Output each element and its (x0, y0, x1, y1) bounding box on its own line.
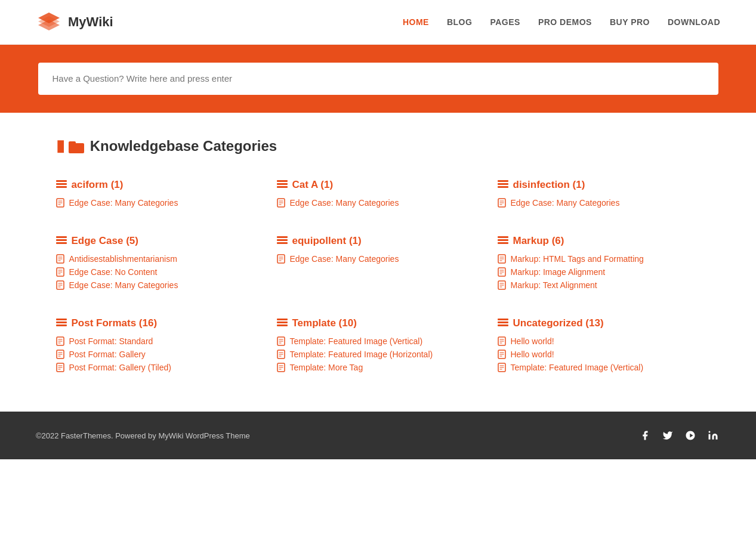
category-link[interactable]: Edge Case (5) (72, 235, 138, 247)
svg-rect-7 (56, 183, 67, 185)
social-facebook[interactable] (638, 428, 652, 443)
item-link[interactable]: Hello world! (511, 336, 554, 346)
hero-section (0, 45, 756, 113)
item-link[interactable]: Template: Featured Image (Vertical) (511, 363, 644, 372)
item-link[interactable]: Template: Featured Image (Vertical) (290, 336, 423, 346)
doc-icon (56, 198, 64, 208)
svg-rect-5 (69, 144, 84, 153)
list-item: Markup: Text Alignment (498, 280, 701, 290)
category-name: disinfection (1) (498, 179, 701, 191)
list-item: Post Format: Standard (56, 336, 259, 346)
search-input[interactable] (53, 73, 704, 84)
list-item: Markup: Image Alignment (498, 267, 701, 277)
category-block: Cat A (1) Edge Case: Many Categories (277, 179, 480, 211)
list-item: Post Format: Gallery (Tiled) (56, 363, 259, 372)
category-name: Edge Case (5) (56, 235, 259, 247)
category-link[interactable]: aciform (1) (72, 179, 124, 191)
section-title: ▮ Knowledgebase Categories (56, 137, 701, 155)
nav-pro-demos[interactable]: PRO DEMOS (538, 17, 592, 27)
doc-icon (498, 198, 506, 208)
list-item: Edge Case: Many Categories (498, 198, 701, 208)
list-item: Template: Featured Image (Vertical) (277, 336, 480, 346)
logo-icon (36, 9, 62, 35)
footer-social (638, 428, 720, 443)
social-googleplus[interactable] (683, 428, 698, 443)
category-items: Template: Featured Image (Vertical) Temp… (277, 336, 480, 372)
categories-grid: aciform (1) Edge Case: Many Categories C… (56, 179, 701, 376)
item-link[interactable]: Markup: Image Alignment (511, 267, 606, 277)
doc-icon (277, 198, 285, 208)
item-link[interactable]: Edge Case: Many Categories (69, 198, 178, 208)
list-item: Edge Case: Many Categories (56, 198, 259, 208)
list-icon (56, 236, 67, 246)
doc-icon (56, 350, 64, 359)
list-item: Hello world! (498, 336, 701, 346)
category-items: Edge Case: Many Categories (277, 254, 480, 264)
category-link[interactable]: Markup (6) (513, 235, 564, 247)
category-block: aciform (1) Edge Case: Many Categories (56, 179, 259, 211)
category-block: Edge Case (5) Antidisestablishmentariani… (56, 235, 259, 293)
doc-icon (56, 336, 64, 346)
svg-rect-44 (277, 242, 288, 244)
category-block: disinfection (1) Edge Case: Many Categor… (498, 179, 701, 211)
item-link[interactable]: Edge Case: Many Categories (511, 198, 620, 208)
category-block: Template (10) Template: Featured Image (… (277, 317, 480, 376)
svg-rect-14 (277, 183, 288, 185)
category-name: Cat A (1) (277, 179, 480, 191)
doc-icon (277, 336, 285, 346)
nav-buy-pro[interactable]: BUY PRO (610, 17, 650, 27)
item-link[interactable]: Post Format: Standard (69, 336, 153, 346)
category-link[interactable]: equipollent (1) (292, 235, 362, 247)
svg-rect-15 (277, 186, 288, 188)
item-link[interactable]: Hello world! (511, 350, 554, 359)
doc-icon (498, 363, 506, 372)
category-link[interactable]: Template (10) (292, 317, 357, 329)
category-name: Post Formats (16) (56, 317, 259, 329)
svg-rect-29 (56, 242, 67, 244)
svg-rect-80 (277, 322, 288, 323)
category-name: Uncategorized (13) (498, 317, 701, 329)
item-link[interactable]: Post Format: Gallery (69, 350, 146, 359)
doc-icon (277, 350, 285, 359)
category-items: Edge Case: Many Categories (277, 198, 480, 208)
nav-pages[interactable]: PAGES (490, 17, 520, 27)
main-content: ▮ Knowledgebase Categories aciform (1) E… (20, 113, 736, 412)
item-link[interactable]: Template: Featured Image (Horizontal) (290, 350, 433, 359)
category-link[interactable]: Uncategorized (13) (513, 317, 604, 329)
item-link[interactable]: Markup: HTML Tags and Formatting (511, 254, 644, 264)
item-link[interactable]: Edge Case: No Content (69, 267, 158, 277)
item-link[interactable]: Edge Case: Many Categories (290, 198, 399, 208)
social-twitter[interactable] (661, 428, 675, 443)
item-link[interactable]: Markup: Text Alignment (511, 280, 597, 290)
social-linkedin[interactable] (706, 428, 720, 443)
svg-rect-94 (498, 319, 508, 320)
list-icon (56, 319, 67, 328)
svg-rect-20 (498, 180, 508, 182)
category-block: Uncategorized (13) Hello world! Hello wo… (498, 317, 701, 376)
svg-rect-13 (277, 180, 288, 182)
logo[interactable]: MyWiki (36, 9, 113, 35)
doc-icon (277, 254, 285, 264)
header: MyWiki HOME BLOG PAGES PRO DEMOS BUY PRO… (0, 0, 756, 45)
item-link[interactable]: Post Format: Gallery (Tiled) (69, 363, 171, 372)
footer: ©2022 FasterThemes. Powered by MyWiki Wo… (0, 412, 756, 459)
item-link[interactable]: Edge Case: Many Categories (69, 280, 178, 290)
svg-rect-79 (277, 319, 288, 320)
item-link[interactable]: Antidisestablishmentarianism (69, 254, 177, 264)
category-items: Markup: HTML Tags and Formatting Markup:… (498, 254, 701, 290)
item-link[interactable]: Template: More Tag (290, 363, 363, 372)
svg-rect-64 (56, 319, 67, 320)
category-items: Hello world! Hello world! Template: Feat… (498, 336, 701, 372)
folder-icon: ▮ (56, 137, 84, 155)
nav-home[interactable]: HOME (403, 17, 429, 27)
category-link[interactable]: disinfection (1) (513, 179, 585, 191)
doc-icon (498, 336, 506, 346)
list-item: Edge Case: Many Categories (277, 254, 480, 264)
list-item: Hello world! (498, 350, 701, 359)
main-nav: HOME BLOG PAGES PRO DEMOS BUY PRO DOWNLO… (403, 17, 720, 27)
nav-download[interactable]: DOWNLOAD (668, 17, 720, 27)
category-link[interactable]: Cat A (1) (292, 179, 334, 191)
nav-blog[interactable]: BLOG (447, 17, 472, 27)
item-link[interactable]: Edge Case: Many Categories (290, 254, 399, 264)
category-link[interactable]: Post Formats (16) (72, 317, 158, 329)
